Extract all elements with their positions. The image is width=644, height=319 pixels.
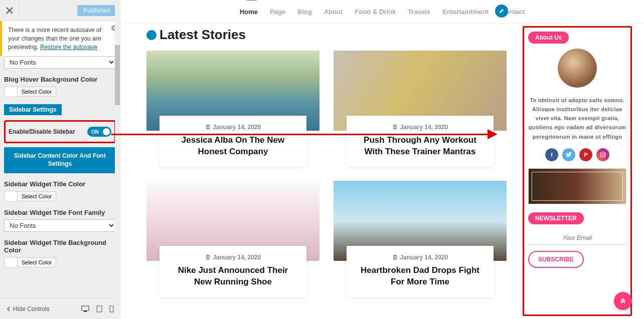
widget-title-font-select[interactable]: No Fonts bbox=[4, 219, 116, 232]
heading-dot-icon bbox=[146, 30, 156, 40]
post-card[interactable]: 🗓 January 14, 2020 Nike Just Announced T… bbox=[146, 181, 319, 297]
panel-scrollbar-thumb[interactable] bbox=[115, 45, 120, 105]
widget-title-bg-picker[interactable]: Select Color bbox=[4, 257, 116, 268]
hide-controls-button[interactable]: Hide Controls bbox=[6, 305, 50, 312]
svg-point-6 bbox=[602, 153, 604, 156]
section-heading: Latest Stories bbox=[146, 27, 507, 43]
enable-disable-label: Enable/Disable Sidebar bbox=[9, 128, 75, 135]
edit-shortcut-button[interactable] bbox=[495, 5, 508, 18]
post-card[interactable]: 🗓 January 14, 2020 Heartbroken Dad Drops… bbox=[334, 181, 507, 297]
nav-travels[interactable]: Travels bbox=[408, 8, 430, 16]
svg-rect-4 bbox=[110, 306, 113, 312]
post-date: 🗓 January 14, 2020 bbox=[356, 124, 485, 131]
select-color-button[interactable]: Select Color bbox=[17, 191, 56, 201]
facebook-icon[interactable]: f bbox=[545, 148, 558, 161]
calendar-icon: 🗓 bbox=[392, 254, 398, 261]
enable-disable-sidebar-row: Enable/Disable Sidebar ON bbox=[4, 120, 116, 143]
main-column: Latest Stories 🗓 January 14, 2020 Jessic… bbox=[132, 24, 511, 319]
scroll-to-top-button[interactable] bbox=[614, 292, 632, 310]
email-input[interactable] bbox=[528, 231, 626, 245]
desktop-device-icon[interactable] bbox=[81, 305, 89, 312]
nav-entertainment[interactable]: Entertaintment bbox=[442, 8, 489, 16]
panel-scroll-area: No Fonts Blog Hover Background Color Sel… bbox=[0, 56, 120, 298]
select-color-button[interactable]: Select Color bbox=[17, 257, 56, 267]
post-card[interactable]: 🗓 January 14, 2020 Jessica Alba On The N… bbox=[146, 51, 319, 167]
sidebar-banner[interactable] bbox=[528, 168, 626, 204]
pencil-icon bbox=[499, 8, 505, 14]
avatar bbox=[558, 49, 597, 88]
post-date: 🗓 January 14, 2020 bbox=[169, 124, 297, 131]
post-date: 🗓 January 14, 2020 bbox=[356, 254, 485, 261]
toggle-knob bbox=[103, 128, 110, 135]
color-swatch bbox=[4, 257, 17, 268]
about-us-title: About Us bbox=[528, 32, 569, 44]
post-title[interactable]: Jessica Alba On The New Honest Company bbox=[169, 135, 297, 158]
newsletter-title: NEWSLETTER bbox=[528, 212, 584, 224]
chevron-up-icon bbox=[619, 297, 626, 304]
calendar-icon: 🗓 bbox=[392, 124, 398, 131]
select-color-button[interactable]: Select Color bbox=[17, 87, 56, 97]
blog-hover-color-picker[interactable]: Select Color bbox=[4, 86, 116, 97]
calendar-icon: 🗓 bbox=[205, 124, 211, 131]
svg-rect-3 bbox=[97, 306, 102, 312]
post-title[interactable]: Heartbroken Dad Drops Fight For More Tim… bbox=[356, 265, 485, 288]
site-nav: Home Page Blog About Food & Drink Travel… bbox=[120, 0, 644, 24]
sidebar-content-color-font-button[interactable]: Sidebar Content Color And Font Settings bbox=[4, 147, 116, 173]
tablet-device-icon[interactable] bbox=[96, 305, 102, 312]
post-meta-box: 🗓 January 14, 2020 Push Through Any Work… bbox=[347, 116, 494, 167]
mobile-device-icon[interactable] bbox=[109, 305, 114, 312]
about-text: Te obtinuit ut adepto satis somno. Aliis… bbox=[528, 96, 626, 141]
post-title[interactable]: Push Through Any Workout With These Trai… bbox=[356, 135, 485, 158]
subscribe-button[interactable]: SUBSCRIBE bbox=[528, 251, 584, 268]
twitter-icon[interactable] bbox=[562, 148, 575, 161]
close-button[interactable] bbox=[0, 0, 19, 21]
toggle-state-text: ON bbox=[91, 129, 99, 135]
panel-footer: Hide Controls bbox=[0, 298, 120, 319]
customizer-panel: Published There is a more recent autosav… bbox=[0, 0, 120, 319]
social-icons: f P bbox=[528, 148, 626, 161]
nav-blog[interactable]: Blog bbox=[297, 8, 312, 16]
panel-top-bar: Published bbox=[0, 0, 120, 21]
post-title[interactable]: Nike Just Announced Their New Running Sh… bbox=[169, 265, 297, 288]
widget-title-bg-label: Sidebar Widget Title Background Color bbox=[4, 239, 116, 254]
svg-rect-5 bbox=[600, 152, 605, 157]
nav-home[interactable]: Home bbox=[240, 8, 258, 16]
calendar-icon: 🗓 bbox=[205, 254, 211, 261]
post-date: 🗓 January 14, 2020 bbox=[169, 254, 297, 261]
restore-autosave-link[interactable]: Restore the autosave bbox=[40, 44, 97, 51]
color-swatch bbox=[4, 191, 17, 202]
nav-about[interactable]: About bbox=[324, 8, 343, 16]
widget-title-font-label: Sidebar Widget Title Font Family bbox=[4, 209, 116, 216]
color-swatch bbox=[4, 86, 17, 97]
autosave-notice: There is a more recent autosave of your … bbox=[0, 21, 120, 56]
chevron-left-icon bbox=[6, 306, 11, 311]
content-wrap: Latest Stories 🗓 January 14, 2020 Jessic… bbox=[120, 24, 644, 319]
pinterest-icon[interactable]: P bbox=[579, 148, 592, 161]
widget-title-color-label: Sidebar Widget Title Color bbox=[4, 180, 116, 188]
nav-food-drink[interactable]: Food & Drink bbox=[355, 8, 396, 16]
post-meta-box: 🗓 January 14, 2020 Nike Just Announced T… bbox=[159, 246, 306, 297]
close-icon bbox=[6, 7, 13, 14]
device-preview-icons bbox=[81, 305, 114, 312]
widget-title-color-picker[interactable]: Select Color bbox=[4, 191, 116, 202]
post-grid: 🗓 January 14, 2020 Jessica Alba On The N… bbox=[146, 51, 507, 297]
svg-rect-1 bbox=[82, 306, 89, 310]
nav-page[interactable]: Page bbox=[270, 8, 285, 16]
sidebar-settings-badge: Sidebar Settings bbox=[4, 104, 62, 115]
svg-rect-2 bbox=[84, 311, 87, 312]
hide-controls-label: Hide Controls bbox=[13, 305, 50, 312]
font-select-top[interactable]: No Fonts bbox=[4, 56, 116, 69]
heading-text: Latest Stories bbox=[159, 27, 246, 43]
instagram-icon[interactable] bbox=[596, 148, 609, 161]
sidebar-toggle[interactable]: ON bbox=[87, 127, 111, 137]
blog-hover-bg-label: Blog Hover Background Color bbox=[4, 76, 116, 83]
preview-sidebar: About Us Te obtinuit ut adepto satis som… bbox=[523, 26, 632, 316]
published-button[interactable]: Published bbox=[77, 5, 116, 16]
preview-area: Home Page Blog About Food & Drink Travel… bbox=[120, 0, 644, 319]
post-meta-box: 🗓 January 14, 2020 Jessica Alba On The N… bbox=[159, 116, 306, 167]
post-meta-box: 🗓 January 14, 2020 Heartbroken Dad Drops… bbox=[347, 246, 494, 297]
post-card[interactable]: 🗓 January 14, 2020 Push Through Any Work… bbox=[334, 51, 507, 167]
